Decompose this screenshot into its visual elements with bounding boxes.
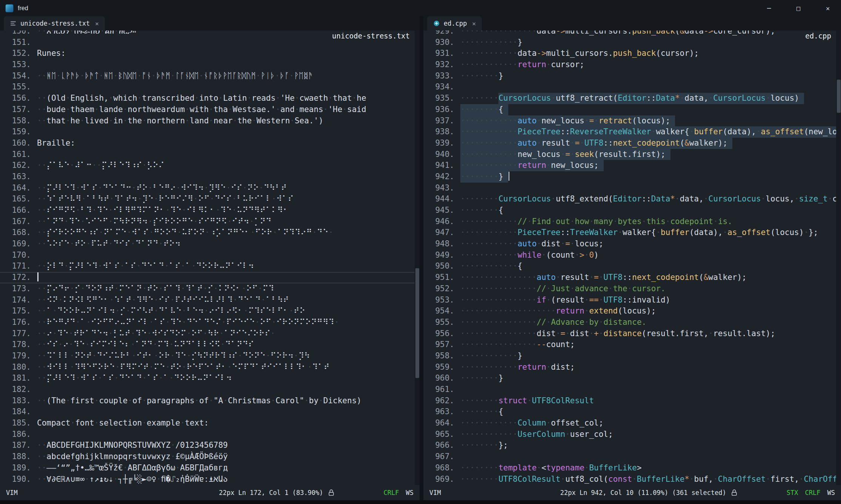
whitespace-dots: ·· <box>37 306 46 315</box>
token: · <box>527 396 532 405</box>
line-content: ··abcdefghijklmnopqrstuvwxyz·£©µÀÆÖÞßéöÿ <box>37 452 228 461</box>
token: ········}; <box>460 441 508 450</box>
line-content: ··⠩⠁⠇⠇·⠝⠕⠞·⠙⠊⠌⠥⠗⠃·⠊⠞⠂·⠕⠗·⠹⠑·⡊⠳⠝⠞⠗⠹⠰⠎·⠙⠕⠝… <box>37 351 310 360</box>
lock-icon[interactable] <box>328 489 335 496</box>
minimize-button[interactable]: ─ <box>763 5 775 12</box>
whitespace-dots: · <box>142 418 147 427</box>
token: ·new_locus; <box>546 161 599 170</box>
whitespace-dots: ·· <box>37 217 46 226</box>
token: · <box>599 273 604 282</box>
whitespace-dots: ········ <box>460 206 498 215</box>
whitespace-dots: ············ <box>460 239 518 248</box>
whitespace-dots: · <box>203 284 208 293</box>
whitespace-dots: ········ <box>460 373 498 383</box>
token: ·< <box>537 463 546 472</box>
whitespace-dots: · <box>70 363 75 372</box>
tab-unicode-stress-txt[interactable]: unicode-stress.txt ✕ <box>4 16 105 31</box>
selection-highlight: ············return·new_locus; <box>460 160 604 171</box>
whitespace-dots: · <box>123 116 128 125</box>
whitespace-dots: · <box>589 273 594 282</box>
whitespace-dots: · <box>156 475 161 484</box>
whitespace-dots: · <box>761 194 766 203</box>
line-content: ··ᚻᛖ·ᚳᚹᚫᚦ·ᚦᚫᛏ·ᚻᛖ·ᛒᚢᛞᛖ·ᚩᚾ·ᚦᚫᛗ·ᛚᚪᚾᛞᛖ·ᚾᚩᚱᚦᚹ… <box>37 71 313 80</box>
whitespace-dots: · <box>109 116 114 125</box>
whitespace-dots: · <box>289 71 294 80</box>
line-number: 943. <box>427 183 454 194</box>
token: ··⠎⠊⠛⠝⠫·⠃⠹·⠹⠑·⠊⠇⠻⠛⠹⠍⠁⠝⠂·⠹⠑·⠊⠇⠻⠅⠂·⠹⠑·⠥⠝⠙⠻… <box>37 206 289 215</box>
whitespace-dots: · <box>527 396 532 405</box>
token: (data),· <box>723 127 761 136</box>
whitespace-dots: · <box>142 284 147 293</box>
tab-ed-cpp[interactable]: ed.cpp ✕ <box>427 16 482 31</box>
close-button[interactable]: ✕ <box>822 5 833 12</box>
token: (locus)·}; <box>770 228 818 237</box>
selection-highlight: CursorLocus·utf8_retract(Editor::Data*·d… <box>498 93 804 104</box>
whitespace-dots: · <box>232 194 237 203</box>
window-bottom-edge <box>0 500 841 504</box>
left-scrollbar[interactable] <box>415 31 420 485</box>
token: typename <box>546 463 584 472</box>
whitespace-dots: · <box>546 418 551 427</box>
right-scrollbar[interactable] <box>836 31 841 485</box>
encoding-indicator: STX <box>787 489 798 496</box>
whitespace-dots: ·· <box>37 441 46 450</box>
maximize-button[interactable]: □ <box>793 5 804 12</box>
token: ·(result· <box>546 295 589 304</box>
code-line-165: 165.··⠱⠁⠞⠑⠧⠻·⠁⠃⠳⠞·⠹⠁⠞⠲·⡹⠑·⠗⠑⠛⠊⠌⠻·⠕⠋·⠙⠊⠎·… <box>0 194 420 205</box>
right-scrollbar-thumb[interactable] <box>837 80 841 113</box>
whitespace-dots: ········ <box>460 407 498 416</box>
whitespace-dots: · <box>69 31 74 35</box>
code-line-161: 161. <box>0 149 420 160</box>
whitespace-dots: · <box>565 430 570 439</box>
line-number: 155. <box>4 81 31 93</box>
token: retract <box>599 116 632 125</box>
pane-divider[interactable] <box>420 16 423 500</box>
whitespace-dots: · <box>275 94 280 103</box>
left-editor-area[interactable]: 150.··እግርህን·በፍራሽህ·ልክ·ዘርጋ።151.152.Runes:1… <box>0 31 420 485</box>
line-number: 945. <box>427 205 454 216</box>
whitespace-dots: · <box>115 363 120 372</box>
token: · <box>580 138 584 148</box>
lock-icon[interactable] <box>731 489 738 496</box>
line-content <box>37 273 38 282</box>
whitespace-dots: · <box>132 295 137 304</box>
whitespace-dots: · <box>656 228 661 237</box>
token: (locus); <box>632 116 670 125</box>
whitespace-dots: · <box>584 250 589 260</box>
code-line-175: 175.··⠁·⠙⠕⠕⠗⠤⠝⠁⠊⠇⠲·⡊·⠍⠊⠣⠞·⠙⠁⠧⠑·⠃⠑⠲·⠔⠊⠇⠔⠫… <box>0 306 420 317</box>
token: ··⡍⠔⠙⠖·⡊·⠙⠕⠝⠰⠞·⠍⠑⠁⠝·⠞⠕·⠎⠁⠹·⠹⠁⠞·⡊·⠅⠝⠪⠂·⠕⠋… <box>37 284 274 293</box>
tab-close-icon[interactable]: ✕ <box>95 20 99 27</box>
token: ············ <box>460 116 518 125</box>
editor-split-view: unicode-stress.txt ✕ 150.··እግርህን·በፍራሽህ·ል… <box>0 16 841 500</box>
whitespace-dots: · <box>290 116 295 125</box>
whitespace-dots: · <box>94 418 99 427</box>
cursor-position-stats: 22px Ln 172, Col 1 (83.90%) <box>219 489 323 496</box>
whitespace-dots: · <box>227 217 232 226</box>
code-line-940: 940.············new_locus·=·seek(result.… <box>423 149 841 160</box>
whitespace-dots: ·· <box>37 239 46 248</box>
token: ·walker{· <box>651 127 694 136</box>
whitespace-dots: ················ <box>460 329 537 338</box>
whitespace-dots: · <box>151 71 156 80</box>
whitespace-dots: · <box>158 239 163 248</box>
code-line-935: 935.········CursorLocus·utf8_retract(Edi… <box>423 93 841 104</box>
left-scrollbar-thumb[interactable] <box>415 268 419 378</box>
whitespace-dots: · <box>181 284 186 293</box>
token: ············ <box>460 418 518 427</box>
line-number: 965. <box>427 429 454 440</box>
whitespace-dots: · <box>98 261 103 270</box>
line-content: ············} <box>460 351 522 360</box>
tab-close-icon[interactable]: ✕ <box>472 20 476 27</box>
token: ············ <box>460 217 518 226</box>
token: as_offset <box>727 228 770 237</box>
whitespace-dots: · <box>541 250 546 260</box>
whitespace-dots: · <box>323 105 328 114</box>
whitespace-dots: · <box>328 94 333 103</box>
whitespace-dots: · <box>756 127 761 136</box>
line-content: Compact·font·selection·example·text: <box>37 418 209 427</box>
right-editor-area[interactable]: 929.················data->multi_cursors.… <box>423 31 841 485</box>
whitespace-dots: · <box>689 127 694 136</box>
token: ( <box>699 273 704 282</box>
line-content: ··⡎⠊⠗⠕⠕⠛⠑⠰⠎·⠝⠁⠍⠑·⠺⠁⠎·⠛⠕⠕⠙·⠥⠏⠕⠝·⠰⡡⠁⠝⠛⠑⠂·⠋… <box>37 228 333 237</box>
whitespace-dots: · <box>255 318 260 327</box>
